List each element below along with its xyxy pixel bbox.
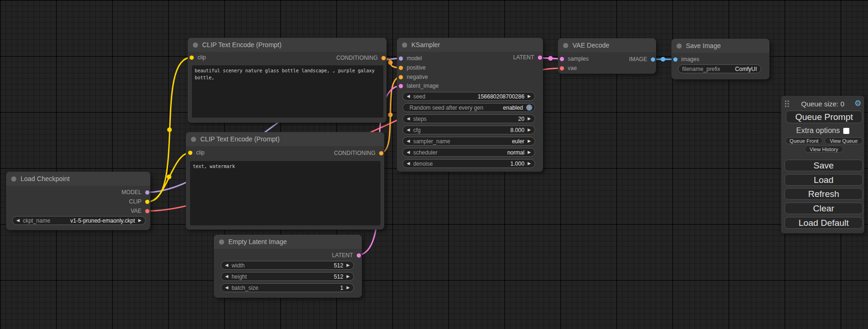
queue-panel[interactable]: Queue size: 0 ⚙ Queue Prompt Extra optio… xyxy=(781,96,864,233)
output-slot-conditioning[interactable]: CONDITIONING xyxy=(334,149,383,157)
input-dot-positive[interactable] xyxy=(399,66,403,70)
cfg-widget[interactable]: ◀ cfg 8.000 ▶ xyxy=(402,126,535,134)
random-seed-toggle-widget[interactable]: Random seed after every gen enabled xyxy=(402,103,535,112)
input-slot-clip[interactable]: clip xyxy=(190,53,206,62)
increment-arrow-icon[interactable]: ▶ xyxy=(138,218,141,223)
sampler-name-widget[interactable]: ◀ sampler_name euler ▶ xyxy=(402,137,535,146)
increment-arrow-icon[interactable]: ▶ xyxy=(528,161,531,166)
decrement-arrow-icon[interactable]: ◀ xyxy=(407,150,410,154)
node-title: CLIP Text Encode (Prompt) xyxy=(200,135,280,143)
input-dot-negative[interactable] xyxy=(399,75,403,79)
decrement-arrow-icon[interactable]: ◀ xyxy=(407,117,410,121)
input-slot-model[interactable]: model xyxy=(399,54,422,63)
output-dot-conditioning[interactable] xyxy=(381,56,386,60)
widget-label: seed xyxy=(413,93,425,100)
decrement-arrow-icon[interactable]: ◀ xyxy=(16,218,20,223)
output-slot-model[interactable]: MODEL xyxy=(121,188,149,196)
input-slot-vae[interactable]: vae xyxy=(560,64,577,72)
output-dot-vae[interactable] xyxy=(145,209,149,213)
node-title-bar[interactable]: Empty Latent Image xyxy=(214,235,362,249)
drag-handle-icon[interactable] xyxy=(784,100,790,107)
output-dot-image[interactable] xyxy=(651,57,655,62)
batch-size-widget[interactable]: ◀ batch_size 1 ▶ xyxy=(221,283,354,292)
gear-icon[interactable]: ⚙ xyxy=(854,99,861,108)
output-slot-clip[interactable]: CLIP xyxy=(129,197,149,206)
node-save-image[interactable]: Save Image images filename_prefix ComfyU… xyxy=(671,39,769,79)
node-title-bar[interactable]: CLIP Text Encode (Prompt) xyxy=(186,132,384,146)
input-slot-images[interactable]: images xyxy=(673,55,699,63)
increment-arrow-icon[interactable]: ▶ xyxy=(528,94,531,98)
steps-widget[interactable]: ◀ steps 20 ▶ xyxy=(402,114,535,123)
input-slot-negative[interactable]: negative xyxy=(399,73,428,81)
node-graph-canvas[interactable]: Load Checkpoint MODEL CLIP VAE ◀ ckpt_na… xyxy=(0,0,868,329)
input-dot-samples[interactable] xyxy=(560,57,564,61)
node-load-checkpoint[interactable]: Load Checkpoint MODEL CLIP VAE ◀ ckpt_na… xyxy=(6,172,150,230)
scheduler-widget[interactable]: ◀ scheduler normal ▶ xyxy=(402,148,535,157)
node-ksampler[interactable]: KSampler model positive negative latent_… xyxy=(397,38,543,172)
increment-arrow-icon[interactable]: ▶ xyxy=(528,139,531,143)
increment-arrow-icon[interactable]: ▶ xyxy=(346,286,350,290)
increment-arrow-icon[interactable]: ▶ xyxy=(528,117,531,121)
input-slot-clip[interactable]: clip xyxy=(188,148,205,157)
increment-arrow-icon[interactable]: ▶ xyxy=(346,274,350,279)
node-title-bar[interactable]: VAE Decode xyxy=(558,38,656,52)
node-clip-text-encode-negative[interactable]: CLIP Text Encode (Prompt) clip CONDITION… xyxy=(186,132,384,230)
decrement-arrow-icon[interactable]: ◀ xyxy=(407,161,410,166)
toggle-circle-icon[interactable] xyxy=(526,105,532,111)
load-default-button[interactable]: Load Default xyxy=(784,217,863,229)
save-button[interactable]: Save xyxy=(784,160,863,171)
output-slot-vae[interactable]: VAE xyxy=(131,207,149,215)
node-title: CLIP Text Encode (Prompt) xyxy=(202,41,282,49)
output-dot-latent[interactable] xyxy=(538,56,542,60)
node-title-bar[interactable]: KSampler xyxy=(397,38,543,52)
load-button[interactable]: Load xyxy=(784,174,863,186)
output-slot-image[interactable]: IMAGE xyxy=(629,55,655,63)
decrement-arrow-icon[interactable]: ◀ xyxy=(225,286,228,290)
decrement-arrow-icon[interactable]: ◀ xyxy=(225,274,228,279)
output-slot-conditioning[interactable]: CONDITIONING xyxy=(336,54,386,62)
clear-button[interactable]: Clear xyxy=(784,203,863,214)
decrement-arrow-icon[interactable]: ◀ xyxy=(407,128,410,132)
output-dot-conditioning[interactable] xyxy=(379,151,383,155)
view-queue-button[interactable]: View Queue xyxy=(825,137,863,144)
input-slot-positive[interactable]: positive xyxy=(399,63,426,72)
view-history-button[interactable]: View History xyxy=(804,146,843,153)
output-slot-latent[interactable]: LATENT xyxy=(332,251,361,259)
node-clip-text-encode-positive[interactable]: CLIP Text Encode (Prompt) clip CONDITION… xyxy=(188,38,387,123)
input-dot-images[interactable] xyxy=(673,57,677,62)
input-dot-clip[interactable] xyxy=(188,151,192,155)
output-slot-latent[interactable]: LATENT xyxy=(513,53,542,62)
input-dot-model[interactable] xyxy=(399,56,403,61)
width-widget[interactable]: ◀ width 512 ▶ xyxy=(221,261,354,270)
ckpt-name-widget[interactable]: ◀ ckpt_name v1-5-pruned-emaonly.ckpt ▶ xyxy=(12,216,146,225)
increment-arrow-icon[interactable]: ▶ xyxy=(528,150,531,154)
increment-arrow-icon[interactable]: ▶ xyxy=(528,128,531,132)
height-widget[interactable]: ◀ height 512 ▶ xyxy=(221,272,354,281)
output-dot-clip[interactable] xyxy=(145,200,149,204)
decrement-arrow-icon[interactable]: ◀ xyxy=(407,94,410,98)
filename-prefix-widget[interactable]: filename_prefix ComfyUI xyxy=(678,64,761,73)
input-dot-clip[interactable] xyxy=(190,56,194,60)
input-slot-latent-image[interactable]: latent_image xyxy=(399,82,439,90)
input-dot-latent-image[interactable] xyxy=(399,84,403,88)
decrement-arrow-icon[interactable]: ◀ xyxy=(225,263,228,267)
node-title-bar[interactable]: Load Checkpoint xyxy=(6,172,150,186)
queue-prompt-button[interactable]: Queue Prompt xyxy=(786,111,862,123)
node-vae-decode[interactable]: VAE Decode samples vae IMAGE xyxy=(558,38,656,74)
prompt-textarea[interactable]: text, watermark xyxy=(190,161,381,225)
prompt-textarea[interactable]: beautiful scenery nature glass bottle la… xyxy=(192,65,383,118)
seed-widget[interactable]: ◀ seed 156680208700286 ▶ xyxy=(402,92,535,101)
node-empty-latent-image[interactable]: Empty Latent Image LATENT ◀ width 512 ▶ … xyxy=(214,235,362,298)
extra-options-checkbox[interactable] xyxy=(843,128,849,134)
decrement-arrow-icon[interactable]: ◀ xyxy=(407,139,410,143)
input-slot-samples[interactable]: samples xyxy=(560,55,589,63)
refresh-button[interactable]: Refresh xyxy=(784,188,863,200)
input-dot-vae[interactable] xyxy=(560,66,564,70)
denoise-widget[interactable]: ◀ denoise 1.000 ▶ xyxy=(402,159,535,168)
output-dot-latent[interactable] xyxy=(357,253,361,258)
node-title-bar[interactable]: Save Image xyxy=(671,39,769,53)
node-title-bar[interactable]: CLIP Text Encode (Prompt) xyxy=(188,38,387,52)
output-dot-model[interactable] xyxy=(145,190,149,195)
increment-arrow-icon[interactable]: ▶ xyxy=(346,263,350,267)
queue-front-button[interactable]: Queue Front xyxy=(785,137,823,144)
